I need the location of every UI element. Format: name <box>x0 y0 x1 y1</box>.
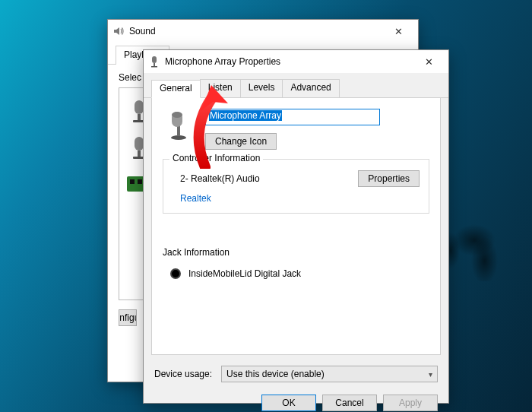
device-name-input[interactable]: Microphone Array <box>205 109 380 125</box>
chevron-down-icon: ▾ <box>429 370 432 379</box>
svg-rect-4 <box>138 151 141 157</box>
svg-rect-8 <box>138 179 142 184</box>
device-usage-row: Device usage: Use this device (enable) ▾ <box>144 361 448 387</box>
controller-vendor-link[interactable]: Realtek <box>180 193 420 204</box>
svg-rect-7 <box>130 179 135 184</box>
general-panel: Microphone Array Change Icon Controller … <box>151 98 441 355</box>
configure-button[interactable]: Configure <box>119 309 137 326</box>
prop-tabs: General Listen Levels Advanced <box>144 73 448 98</box>
close-icon[interactable]: ✕ <box>413 56 444 68</box>
close-icon[interactable]: ✕ <box>383 26 413 37</box>
svg-rect-11 <box>154 63 155 66</box>
properties-window: Microphone Array Properties ✕ General Li… <box>143 49 449 404</box>
tab-levels[interactable]: Levels <box>240 79 283 97</box>
sound-instruction: Select a recording device below to modif… <box>119 72 141 83</box>
jack-legend: Jack Information <box>163 247 429 258</box>
sound-titlebar[interactable]: Sound ✕ <box>108 20 418 43</box>
svg-rect-16 <box>172 112 182 118</box>
device-usage-value: Use this device (enable) <box>226 369 325 379</box>
speaker-icon <box>112 25 125 37</box>
dialog-buttons: OK Cancel Apply <box>144 387 448 412</box>
controller-name: 2- Realtek(R) Audio <box>180 173 260 184</box>
cancel-button[interactable]: Cancel <box>322 395 377 411</box>
device-usage-select[interactable]: Use this device (enable) ▾ <box>221 366 438 382</box>
jack-color-icon <box>170 268 181 279</box>
ok-button[interactable]: OK <box>261 395 316 411</box>
sound-title: Sound <box>129 26 383 36</box>
svg-rect-1 <box>138 114 141 120</box>
controller-info-group: Controller Information 2- Realtek(R) Aud… <box>163 159 429 214</box>
device-usage-label: Device usage: <box>154 369 212 379</box>
tab-general[interactable]: General <box>151 80 201 98</box>
change-icon-button[interactable]: Change Icon <box>205 133 277 150</box>
tab-advanced[interactable]: Advanced <box>282 79 339 97</box>
svg-rect-10 <box>152 56 157 63</box>
tab-listen[interactable]: Listen <box>200 79 241 97</box>
device-large-icon <box>163 109 195 141</box>
apply-button: Apply <box>383 395 438 411</box>
jack-name: InsideMobileLid Digital Jack <box>188 268 301 279</box>
prop-title: Microphone Array Properties <box>165 56 413 67</box>
microphone-icon <box>148 55 160 68</box>
controller-properties-button[interactable]: Properties <box>358 170 420 187</box>
svg-rect-12 <box>151 66 157 68</box>
controller-legend: Controller Information <box>169 153 263 163</box>
prop-titlebar[interactable]: Microphone Array Properties ✕ <box>144 50 448 73</box>
